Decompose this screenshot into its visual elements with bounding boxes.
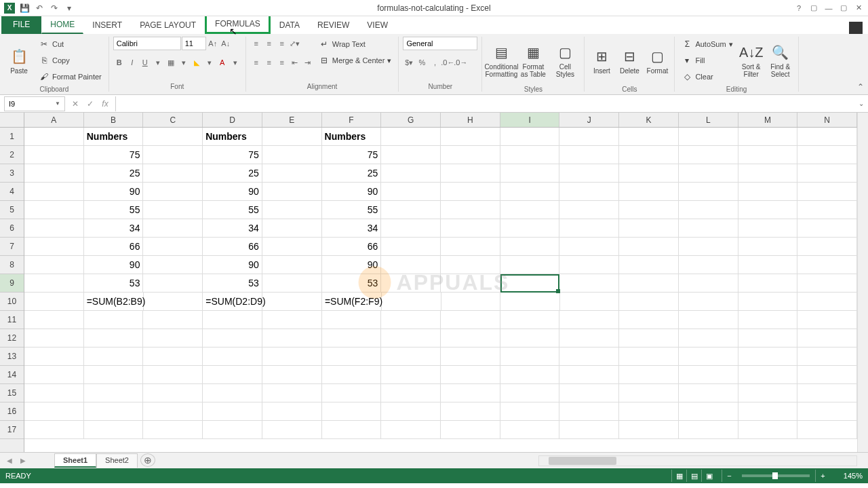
cell[interactable] [679,329,738,348]
col-header-J[interactable]: J [559,113,619,127]
cell[interactable] [262,201,322,219]
cell[interactable] [441,311,500,329]
currency-button[interactable]: $▾ [403,56,415,69]
cell[interactable] [500,384,560,402]
cell[interactable]: =SUM(B2:B9) [84,293,144,311]
col-header-G[interactable]: G [381,113,441,127]
cell[interactable] [559,402,619,421]
cell[interactable] [738,201,798,219]
row-header-15[interactable]: 15 [0,384,24,402]
cell[interactable] [24,201,84,219]
cell[interactable] [262,238,322,256]
font-color-button[interactable]: A [216,56,229,69]
cell[interactable] [679,348,738,366]
row-header-2[interactable]: 2 [0,146,24,164]
cell[interactable] [381,329,441,348]
cell[interactable]: =SUM(D2:D9) [203,293,262,311]
cell[interactable] [738,128,798,146]
cell[interactable] [797,256,857,274]
cell[interactable] [797,402,857,421]
increase-font-icon[interactable]: A↑ [207,37,219,50]
font-color-dropdown[interactable]: ▾ [229,56,241,69]
cancel-formula-icon[interactable]: ✕ [69,97,81,111]
cell[interactable] [143,329,203,348]
cell[interactable]: 75 [203,146,262,164]
zoom-out-button[interactable]: − [722,470,736,482]
cell[interactable]: 90 [322,256,382,274]
tab-view[interactable]: VIEW [358,16,397,34]
minimize-icon[interactable]: — [822,2,835,14]
cell[interactable] [619,421,679,439]
select-all-corner[interactable] [0,113,24,128]
name-box[interactable]: I9 ▼ [4,96,65,111]
cell[interactable] [381,146,441,164]
cell[interactable] [24,274,84,293]
cell[interactable] [441,256,500,274]
cell[interactable] [24,183,84,201]
cell-styles-button[interactable]: ▢Cell Styles [550,37,580,86]
cell[interactable] [559,311,619,329]
underline-button[interactable]: U [139,56,151,69]
find-select-button[interactable]: 🔍Find & Select [767,37,794,86]
cell[interactable] [738,329,798,348]
cell[interactable]: 90 [84,183,144,201]
cell[interactable] [500,421,560,439]
cell[interactable] [738,164,798,183]
cell[interactable] [559,238,619,256]
cell[interactable]: 75 [322,146,382,164]
cell[interactable] [679,311,738,329]
cell[interactable] [559,219,619,238]
bold-button[interactable]: B [113,56,125,69]
cells-area[interactable]: NumbersNumbersNumbers7575752525259090905… [24,128,857,452]
cell[interactable] [441,164,500,183]
cell[interactable] [84,311,144,329]
cell[interactable] [619,146,679,164]
cell[interactable] [24,256,84,274]
cell[interactable]: 34 [203,219,262,238]
cell[interactable] [441,329,500,348]
row-header-4[interactable]: 4 [0,183,24,201]
number-format-select[interactable] [403,37,477,50]
cell[interactable] [322,402,382,421]
conditional-formatting-button[interactable]: ▤Conditional Formatting [486,37,516,86]
cell[interactable] [738,219,798,238]
cell[interactable] [559,164,619,183]
cell[interactable] [500,274,560,293]
tab-data[interactable]: DATA [271,16,309,34]
cell[interactable]: =SUM(F2:F9) [322,293,382,311]
cell[interactable] [203,329,262,348]
align-top-icon[interactable]: ≡ [250,37,262,50]
cell[interactable] [619,402,679,421]
cell[interactable] [84,329,144,348]
cell[interactable] [738,293,798,311]
percent-button[interactable]: % [416,56,428,69]
fill-button[interactable]: ▾Fill [679,53,735,68]
row-header-9[interactable]: 9 [0,274,24,293]
cell[interactable] [84,366,144,384]
cell[interactable] [559,128,619,146]
cell[interactable] [262,293,322,311]
cell[interactable] [143,421,203,439]
cell[interactable] [144,293,203,311]
cell[interactable] [619,238,679,256]
cell[interactable]: 53 [84,274,144,293]
cell[interactable] [262,274,322,293]
cell[interactable] [679,293,738,311]
page-layout-view-icon[interactable]: ▤ [686,470,701,482]
italic-button[interactable]: I [126,56,138,69]
cell[interactable]: 55 [322,201,382,219]
col-header-I[interactable]: I [500,113,560,127]
cell[interactable] [500,128,560,146]
help-icon[interactable]: ? [792,2,806,14]
cell[interactable] [559,348,619,366]
enter-formula-icon[interactable]: ✓ [84,97,96,111]
cell[interactable] [143,256,203,274]
cell[interactable] [143,128,203,146]
cell[interactable] [381,311,441,329]
cell[interactable] [559,384,619,402]
cell[interactable]: Numbers [322,128,382,146]
cell[interactable] [441,201,500,219]
cell[interactable] [262,421,322,439]
cell[interactable] [559,183,619,201]
cell[interactable] [262,256,322,274]
